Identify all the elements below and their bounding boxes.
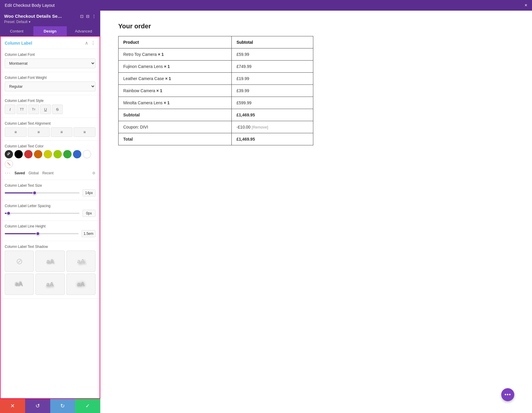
subtotal-label: Subtotal [119, 109, 232, 121]
sidebar-title-row: Woo Checkout Details Setti... ⊡ ⊟ ⋮ [4, 14, 96, 19]
yellow-swatch[interactable] [44, 150, 52, 158]
line-height-thumb[interactable] [36, 232, 40, 236]
text-size-thumb[interactable] [33, 191, 37, 195]
orange-swatch[interactable] [34, 150, 42, 158]
no-shadow-icon: ⊘ [16, 256, 23, 266]
sidebar-header: Woo Checkout Details Setti... ⊡ ⊟ ⋮ Pres… [0, 11, 100, 26]
preset-selector[interactable]: Preset: Default ▾ [4, 20, 96, 26]
bottom-toolbar: ✕ ↺ ↻ ✓ [0, 399, 100, 413]
product-name: Rainbow Camera × 1 [119, 85, 232, 97]
collapse-icon[interactable]: ∧ [85, 40, 88, 46]
shadow-text-4: aA [46, 281, 54, 288]
tab-design[interactable]: Design [33, 26, 67, 36]
text-alignment-label: Column Label Text Alignment [5, 121, 95, 126]
text-size-value[interactable]: 14px [82, 189, 95, 196]
order-table: Product Subtotal Retro Toy Camera × 1 £5… [118, 36, 313, 145]
table-row: Rainbow Camera × 1 £39.99 [119, 85, 313, 97]
sidebar-title-icons: ⊡ ⊟ ⋮ [80, 14, 96, 19]
shadow-4[interactable]: aA [35, 274, 64, 295]
text-size-setting: Column Label Text Size 14px [1, 180, 100, 200]
text-color-label: Column Label Text Color [5, 144, 95, 148]
align-center-button[interactable]: ≡ [28, 127, 50, 137]
alignment-buttons: ≡ ≡ ≡ ≡ [5, 127, 95, 137]
product-price: £39.99 [232, 85, 313, 97]
blue-swatch[interactable] [73, 150, 81, 158]
shadow-1[interactable]: aA [35, 251, 64, 272]
coupon-value: -£10.00 [Remove] [232, 121, 313, 133]
cancel-button[interactable]: ✕ [0, 399, 25, 413]
line-height-setting: Column Label Line Height 1.5em [1, 221, 100, 241]
dots-indicator: ··· [5, 170, 11, 176]
remove-coupon-link[interactable]: [Remove] [252, 125, 268, 129]
save-button[interactable]: ✓ [75, 399, 100, 413]
product-name: Minolta Camera Lens × 1 [119, 97, 232, 109]
color-swatches [5, 150, 95, 168]
shadow-5[interactable]: aA [66, 274, 95, 295]
font-select[interactable]: Montserrat [5, 58, 95, 68]
table-row: Leather Camera Case × 1 £19.99 [119, 73, 313, 85]
tab-content[interactable]: Content [0, 26, 33, 36]
font-style-setting: Column Label Font Style I TT Tт U S [1, 95, 100, 118]
total-row: Total £1,469.95 [119, 133, 313, 145]
text-alignment-setting: Column Label Text Alignment ≡ ≡ ≡ ≡ [1, 118, 100, 141]
svg-line-1 [7, 162, 10, 165]
italic-button[interactable]: I [5, 105, 15, 114]
shadow-none[interactable]: ⊘ [5, 251, 34, 272]
recent-color-tab[interactable]: Recent [42, 171, 53, 175]
order-title: Your order [118, 22, 514, 30]
strikethrough-button[interactable]: S [52, 105, 63, 114]
align-justify-button[interactable]: ≡ [74, 127, 95, 137]
top-bar-title: Edit Checkout Body Layout [5, 3, 55, 8]
letter-spacing-track [5, 213, 80, 214]
shadow-2[interactable]: aA [66, 251, 95, 272]
align-left-button[interactable]: ≡ [5, 127, 27, 137]
font-weight-select[interactable]: Regular [5, 82, 95, 91]
global-color-tab[interactable]: Global [28, 171, 39, 175]
text-size-track [5, 192, 80, 194]
line-height-track [5, 233, 79, 234]
shadow-text-2: aA [77, 258, 85, 265]
section-more-icon[interactable]: ⋮ [91, 40, 95, 46]
subtotal-row: Subtotal £1,469.95 [119, 109, 313, 121]
product-price: £749.99 [232, 61, 313, 73]
total-label: Total [119, 133, 232, 145]
text-shadow-setting: Column Label Text Shadow ⊘ aA aA aA [1, 241, 100, 299]
red-swatch[interactable] [24, 150, 33, 158]
letter-spacing-thumb[interactable] [7, 211, 11, 215]
eyedropper-swatch[interactable] [5, 150, 13, 158]
line-height-value[interactable]: 1.5em [82, 230, 95, 237]
close-icon[interactable]: × [525, 3, 527, 8]
green-swatch[interactable] [63, 150, 72, 158]
capitalize-button[interactable]: Tт [28, 105, 39, 114]
align-right-button[interactable]: ≡ [51, 127, 73, 137]
more-icon[interactable]: ⋮ [92, 14, 96, 19]
table-row: Retro Toy Camera × 1 £59.99 [119, 48, 313, 61]
underline-button[interactable]: U [40, 105, 51, 114]
top-bar: Edit Checkout Body Layout × [0, 0, 532, 11]
tab-advanced[interactable]: Advanced [67, 26, 100, 36]
color-settings-icon[interactable]: ⚙ [92, 171, 95, 175]
color-tabs-row: ··· Saved Global Recent ⚙ [5, 170, 95, 176]
undo-button[interactable]: ↺ [25, 399, 50, 413]
yellow-green-swatch[interactable] [53, 150, 62, 158]
fab-button[interactable]: ••• [501, 388, 514, 401]
letter-spacing-value[interactable]: 0px [82, 210, 95, 217]
product-name: Retro Toy Camera × 1 [119, 48, 232, 61]
shadow-3[interactable]: aA [5, 274, 34, 295]
line-height-fill [5, 233, 38, 234]
table-row: Minolta Camera Lens × 1 £599.99 [119, 97, 313, 109]
uppercase-button[interactable]: TT [17, 105, 27, 114]
saved-color-tab[interactable]: Saved [14, 171, 25, 175]
font-weight-setting: Column Label Font Weight Regular [1, 72, 100, 95]
letter-spacing-slider-row: 0px [5, 210, 95, 217]
layout-icon[interactable]: ⊟ [86, 14, 90, 19]
font-setting: Column Label Font Montserrat [1, 49, 100, 72]
white-swatch[interactable] [83, 150, 91, 158]
black-swatch[interactable] [14, 150, 23, 158]
responsive-icon[interactable]: ⊡ [80, 14, 84, 19]
product-price: £59.99 [232, 48, 313, 61]
clear-swatch[interactable] [5, 160, 13, 168]
main-container: Woo Checkout Details Setti... ⊡ ⊟ ⋮ Pres… [0, 11, 532, 413]
redo-button[interactable]: ↻ [50, 399, 75, 413]
main-content: Your order Product Subtotal Retro Toy Ca… [100, 11, 532, 413]
